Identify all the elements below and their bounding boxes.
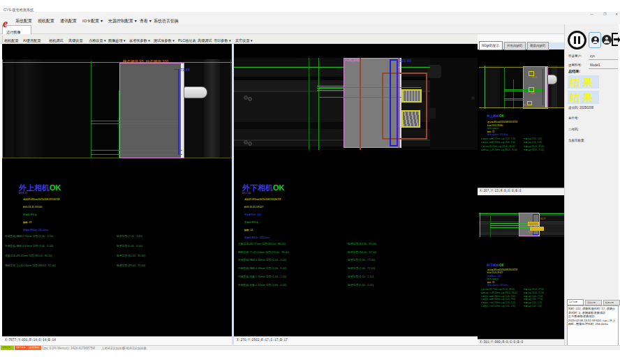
mini-label: 90.56 [524, 105, 529, 107]
toolbar-item-other-set[interactable]: 其它设置 ▾ [235, 38, 253, 43]
mini-row: 外侧直线-隔膜:4.38mm 范围:(0.00 - 9.00) [481, 296, 515, 298]
measurement-warn: 预警范围:(1.10 - 2.10) [348, 275, 374, 278]
camera-top-image[interactable]: 73.88 静态阈值:93, 动态阈值:100 [2, 59, 232, 158]
measurement-row: 隔膜宽度-下=95.24mm 范围:(93.00 - 98.00) [238, 251, 289, 254]
toolbar-item-test-params[interactable]: 测试项参数 ▾ [154, 38, 175, 43]
maximize-button[interactable]: ❐ [603, 12, 606, 16]
measurement-row: 负极宽度=83.05mm 范围:(80.00 - 86.00) [5, 255, 52, 257]
mini-row: 预警范围:(0.00 - 6.00) [524, 142, 542, 144]
virtual-code-field: 虚拟码: 20250208 [568, 106, 593, 109]
camera-top-status: OK [50, 183, 61, 192]
preview-top-coords: X:267;Y:13;R:0;G:0;B:0 [480, 189, 521, 192]
tab-bar [0, 24, 564, 34]
mini-line: 帧数: 13 [487, 131, 494, 133]
measurement-warn: 预警范围:(81.00 - 85.00) [117, 255, 145, 257]
camera-top-coord-bar: X:7677;Y:891;R:14;G:14;B:14 [2, 336, 232, 344]
toolbar-item-camera-debug[interactable]: 相机调试 [49, 38, 64, 43]
overlay-yellow-line-bottom [2, 158, 232, 158]
measurement-row: 内侧直线-隔膜:4.60mm 范围:(3.00 - 6.00) [5, 245, 53, 248]
toolbar-item-ai-use-config[interactable]: AI使用配置 [23, 38, 41, 43]
login-user-label: 登录用户: [568, 54, 582, 58]
measurement-row: 隔膜宽度-上=90.56mm 范围:(88.00 - 92.00) [5, 264, 56, 267]
log-tab-recognize[interactable]: 识别日志 [585, 300, 602, 305]
toolbar-item-spot-check[interactable]: 点检设置 ▾ [89, 38, 106, 43]
toolbar-item-adv-debug[interactable]: 高级调试 [198, 38, 212, 43]
mini-row: 预警范围:(89.00 - 91.00) [524, 149, 544, 151]
roll-needle-field: 卷针号: [568, 116, 579, 120]
preview-tab-all[interactable]: 所有内缺陷 [504, 42, 526, 50]
toolbar-item-plc-table[interactable]: PLC地址表 [178, 38, 196, 43]
mini-line: 瑕疵AI耗时: 166 [487, 275, 501, 278]
camera-bottom-image[interactable]: AI检测框 123.60 [234, 58, 478, 150]
qr-code-field: 二维码: [568, 128, 579, 131]
info-button[interactable] [602, 35, 612, 45]
camera-bottom-line-frames: 帧数: 13 [244, 229, 253, 232]
mini-label: 4.60 [531, 93, 535, 95]
preview-top-image[interactable]: 83.05 4.60 90.56 [479, 66, 564, 109]
camera-bottom-line-ai: 瑕疵AI耗时: 166 [244, 213, 261, 216]
log-tab-run-label: 运行日志 [569, 301, 577, 303]
mini-row: 隔膜宽度-下=95.24mm 范围:(93.00 - 98.00) [481, 292, 517, 294]
log-tab-detect-label: 检测日志 [605, 302, 614, 304]
camera-top-ng-note: NG:B:1|1 [19, 192, 27, 195]
menu-item-camera-config[interactable]: 相机配置 [38, 19, 54, 24]
overlay-threshold-label: 静态阈值:93, 动态阈值:100 [123, 60, 168, 64]
camera-top-line-done: 图像处理完成 [23, 213, 37, 216]
status-cpu-memory: Cpu: 0.0% Memory: 3424.41796875M [42, 347, 95, 350]
status-badge-heartbeat-label: 心跳信号 [2, 347, 10, 349]
title-bar: CYS-视觉检测系统 [0, 0, 620, 12]
camera-bottom-line-time: 时间:13-31-59-627 [244, 206, 263, 208]
camera-bottom-ng-note: NG:C:0|0 [242, 192, 251, 195]
mini-row: 预警范围:(2.20 - 3.20) [524, 138, 542, 140]
measurement-row: 外侧直线-负极:2.61mm 范围:(0.60 - 4.00) [238, 284, 286, 287]
mini-row: 内侧直线-隔膜:4.60mm 范围:(3.00 - 6.00) [481, 142, 515, 144]
mini-line: 时间:13-31-59-600 [487, 125, 503, 127]
toolbar-item-image-proc[interactable]: 图像处理 ▾ [108, 38, 126, 43]
menu-item-io-card-config[interactable]: IO卡配置 ▾ [82, 19, 103, 24]
mini-line: 图像处理完成 [487, 128, 499, 130]
camera-bottom-line-code: 虚拟码:0ff1iuw20250208133134728 [244, 198, 281, 201]
menu-item-light-config[interactable]: 光源控制配置 ▾ [108, 19, 137, 24]
toolbar-item-baseline[interactable]: 基准线参数 ▾ [129, 38, 150, 43]
mini-row: 预警范围:(83.00 - 87.00) [524, 289, 544, 291]
menu-item-system-config[interactable]: 系统配置 [15, 19, 32, 24]
measurement-warn: 预警范围:(83.00 - 87.00) [348, 243, 376, 245]
login-user-field[interactable]: cys [589, 53, 618, 60]
log-tab-run[interactable]: 运行日志 [567, 299, 584, 305]
mini-row: 预警范围:(94.00 - 97.00) [524, 292, 544, 294]
measurement-row: 内侧直线-隔膜:4.38mm 范围:(0.00 - 9.00) [238, 267, 286, 270]
menu-item-language-switch[interactable]: 系统语言切换 [154, 19, 179, 24]
camera-bottom-line-done: 图像处理完成 [244, 221, 258, 224]
close-button[interactable]: ✕ [615, 12, 618, 16]
menu-item-comm-config[interactable]: 通讯配置 [60, 19, 77, 24]
preview-tab-ng-label: NG缺陷显示 [482, 44, 499, 47]
minimize-button[interactable]: — [590, 12, 593, 16]
overlay-blue-value-bottom: 123.60 [399, 59, 411, 63]
result-value-1: 结果 [570, 77, 596, 89]
pause-button[interactable] [568, 31, 586, 50]
measurement-warn: 预警范围:(0.00 - 6.00) [117, 245, 142, 248]
status-badge-comm-label: 通讯1监测 [29, 347, 39, 349]
measurement-warn: 预警范围:(0.60 - 4.00) [348, 284, 374, 287]
menu-item-view[interactable]: 查看 ▾ [140, 19, 152, 24]
preview-bottom-image[interactable]: 95.24 83.77 [479, 213, 564, 237]
overlay-ai-box-label: AI检测框 [345, 59, 360, 63]
log-text: 耗时: 222, 瑕疵检测耗时: 17, 瑕疵分类耗时: 0, 瑕疵提取瑕疵成功… [568, 306, 617, 326]
mini-label: 83.05 [532, 77, 538, 79]
preview-tab-ng[interactable]: NG缺陷显示 [479, 41, 503, 50]
model-field[interactable]: Model1 [589, 62, 618, 69]
toolbar-item-advanced-set[interactable]: 高级设置 [68, 38, 83, 43]
toolbar-item-seal-params[interactable]: 寻印参数 ▾ [214, 38, 231, 43]
app-logo-icon: e [3, 18, 13, 29]
mini-line: 图像处理耗时: 183.00ms [487, 285, 508, 287]
login-user-value: cys [590, 54, 595, 58]
exit-button[interactable] [612, 33, 620, 46]
preview-tab-latest[interactable]: 最新内缺陷 [527, 42, 549, 50]
status-bar: 心跳信号 相机1监测 通讯1监测 Cpu: 0.0% Memory: 3424.… [0, 345, 620, 350]
user-button[interactable] [589, 32, 601, 48]
tab-protrusion [184, 86, 207, 98]
log-tab-detect[interactable]: 检测日志 [603, 300, 620, 305]
log-box[interactable]: 耗时: 222, 瑕疵检测耗时: 17, 瑕疵分类耗时: 0, 瑕疵提取瑕疵成功… [567, 305, 619, 350]
toolbar-item-camera-config[interactable]: 相机配置 [4, 38, 19, 43]
mini-row: 负极宽度=83.05mm 范围:(80.00 - 86.00) [481, 146, 515, 148]
